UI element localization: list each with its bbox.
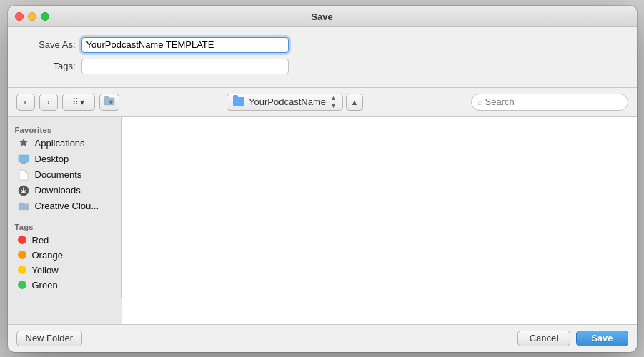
- sidebar-item-yellow[interactable]: Yellow: [11, 263, 118, 278]
- favorites-section-label: Favorites: [8, 123, 121, 136]
- sidebar-item-applications[interactable]: Applications: [11, 136, 118, 151]
- save-dialog: Save Save As: Tags: ‹ › ⠿ ▾: [8, 6, 637, 352]
- search-input[interactable]: [485, 96, 622, 107]
- save-button[interactable]: Save: [576, 331, 628, 346]
- sidebar-item-red[interactable]: Red: [11, 233, 118, 248]
- dialog-actions: Cancel Save: [517, 331, 628, 346]
- maximize-button[interactable]: [41, 12, 49, 21]
- sidebar-item-creative-cloud[interactable]: Creative Clou...: [11, 198, 118, 214]
- location-wrapper: YourPodcastName ▲ ▼ ▲: [124, 94, 467, 111]
- documents-label: Documents: [35, 169, 82, 180]
- yellow-tag-dot: [18, 266, 26, 274]
- applications-label: Applications: [35, 138, 85, 149]
- save-as-input[interactable]: [81, 37, 289, 53]
- sidebar: Favorites Applications: [8, 117, 122, 324]
- view-icon: ⠿: [72, 97, 79, 107]
- downloads-label: Downloads: [35, 185, 81, 196]
- applications-icon: [18, 138, 29, 149]
- tags-section-label: Tags: [8, 220, 121, 233]
- bottom-bar: New Folder Cancel Save: [8, 324, 637, 352]
- green-tag-dot: [18, 281, 26, 289]
- desktop-icon: [18, 154, 29, 165]
- save-as-label: Save As:: [22, 39, 76, 50]
- svg-rect-2: [19, 155, 29, 162]
- title-bar: Save: [8, 6, 637, 27]
- dialog-title: Save: [311, 11, 332, 22]
- view-chevron-icon: ▾: [80, 97, 84, 107]
- chevron-up-icon: ▲: [350, 98, 358, 106]
- forward-button[interactable]: ›: [39, 94, 58, 111]
- sidebar-item-green[interactable]: Green: [11, 278, 118, 293]
- sidebar-item-downloads[interactable]: Downloads: [11, 183, 118, 198]
- expand-button[interactable]: ▲: [346, 94, 363, 111]
- sidebar-item-orange[interactable]: Orange: [11, 248, 118, 263]
- downloads-icon: [18, 185, 29, 196]
- orange-tag-dot: [18, 251, 26, 259]
- yellow-label: Yellow: [32, 265, 59, 276]
- file-area[interactable]: [122, 117, 637, 324]
- desktop-label: Desktop: [35, 154, 69, 164]
- sidebar-item-desktop[interactable]: Desktop: [11, 151, 118, 167]
- red-tag-dot: [18, 236, 26, 244]
- creative-cloud-label: Creative Clou...: [35, 201, 99, 211]
- folder-new-icon: [104, 96, 115, 108]
- toolbar: ‹ › ⠿ ▾ YourPodcastName ▲ ▼: [8, 88, 637, 117]
- back-button[interactable]: ‹: [16, 94, 35, 111]
- save-as-row: Save As:: [22, 37, 623, 53]
- orange-label: Orange: [32, 250, 63, 261]
- new-folder-button[interactable]: New Folder: [16, 331, 82, 346]
- minimize-button[interactable]: [28, 12, 36, 21]
- svg-rect-3: [21, 162, 26, 164]
- form-area: Save As: Tags:: [8, 27, 637, 88]
- location-folder-icon: [233, 97, 244, 106]
- green-label: Green: [32, 280, 58, 291]
- tags-label: Tags:: [22, 61, 76, 71]
- close-button[interactable]: [15, 12, 24, 21]
- tags-row: Tags:: [22, 59, 623, 74]
- tags-input[interactable]: [81, 59, 289, 74]
- cancel-button[interactable]: Cancel: [517, 331, 570, 346]
- sidebar-item-documents[interactable]: Documents: [11, 167, 118, 183]
- main-area: Favorites Applications: [8, 117, 637, 324]
- traffic-lights: [15, 12, 49, 21]
- creative-cloud-icon: [18, 201, 29, 212]
- search-box[interactable]: ⌕: [471, 94, 628, 111]
- documents-icon: [18, 169, 29, 181]
- location-name: YourPodcastName: [249, 96, 326, 107]
- svg-rect-4: [20, 164, 27, 164]
- red-label: Red: [32, 235, 49, 246]
- location-arrows-icon: ▲ ▼: [330, 94, 337, 109]
- view-toggle-button[interactable]: ⠿ ▾: [62, 94, 95, 111]
- search-icon: ⌕: [477, 97, 482, 107]
- new-folder-toolbar-button[interactable]: [99, 94, 119, 111]
- location-selector[interactable]: YourPodcastName ▲ ▼: [227, 94, 343, 111]
